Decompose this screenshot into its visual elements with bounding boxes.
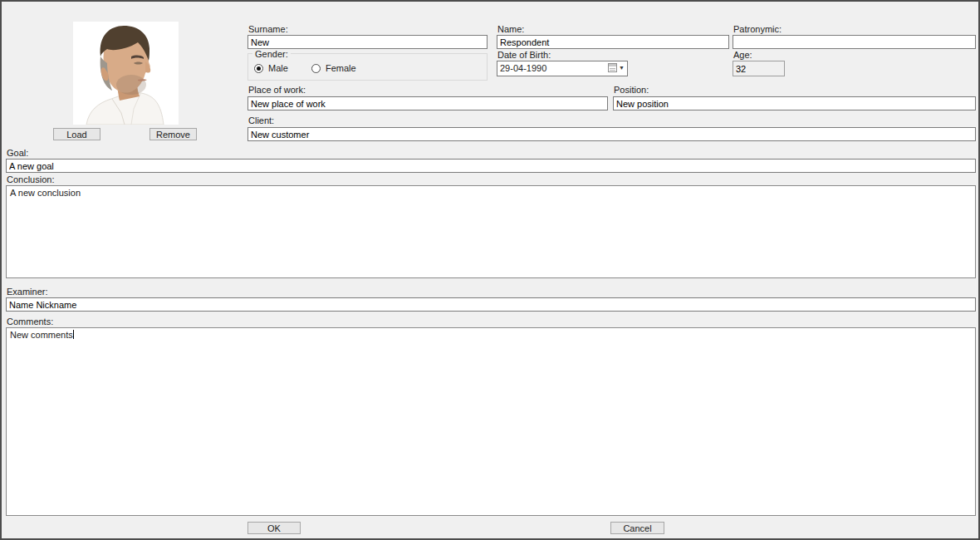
gender-label: Gender: [252, 49, 291, 59]
name-label: Name: [497, 24, 524, 34]
patronymic-label: Patronymic: [733, 24, 782, 34]
cancel-button[interactable]: Cancel [610, 522, 664, 534]
chevron-down-icon[interactable]: ▼ [619, 63, 625, 72]
respondent-form-window: Load Remove Surname: Name: Patronymic: G… [0, 0, 980, 540]
gender-groupbox: Gender: Male Female [247, 53, 488, 81]
calendar-icon[interactable] [608, 63, 617, 72]
position-input[interactable] [613, 96, 976, 110]
male-radio-button[interactable] [254, 64, 263, 73]
age-label: Age: [733, 50, 752, 60]
conclusion-textarea[interactable]: A new conclusion [6, 185, 976, 278]
comments-label: Comments: [7, 317, 53, 326]
goal-input[interactable] [6, 159, 976, 173]
dob-datepicker[interactable]: 29-04-1990 ▼ [497, 61, 628, 76]
client-input[interactable] [247, 127, 976, 141]
female-radio-button[interactable] [311, 64, 321, 73]
goal-label: Goal: [7, 148, 28, 158]
age-field [733, 61, 785, 76]
male-radio-label: Male [268, 63, 288, 73]
examiner-input[interactable] [6, 297, 976, 312]
comments-textarea[interactable]: New comments [6, 327, 976, 516]
dob-label: Date of Birth: [497, 50, 551, 60]
remove-photo-button[interactable]: Remove [149, 128, 197, 140]
conclusion-label: Conclusion: [7, 174, 54, 184]
gender-option-male[interactable]: Male [254, 63, 288, 73]
conclusion-text: A new conclusion [10, 188, 81, 198]
load-photo-button[interactable]: Load [53, 128, 100, 140]
ok-button[interactable]: OK [247, 522, 301, 534]
name-input[interactable] [497, 35, 729, 49]
surname-label: Surname: [248, 24, 288, 34]
female-radio-label: Female [326, 63, 356, 73]
respondent-photo [73, 22, 179, 125]
dob-value: 29-04-1990 [500, 63, 546, 74]
text-caret [73, 330, 74, 339]
examiner-label: Examiner: [7, 287, 48, 297]
position-label: Position: [614, 85, 649, 95]
surname-input[interactable] [247, 35, 488, 49]
comments-text: New comments [10, 330, 73, 340]
place-of-work-input[interactable] [247, 96, 608, 110]
portrait-image [73, 22, 179, 125]
gender-option-female[interactable]: Female [311, 63, 356, 73]
place-of-work-label: Place of work: [248, 85, 306, 95]
patronymic-input[interactable] [733, 35, 976, 49]
client-label: Client: [248, 115, 274, 125]
